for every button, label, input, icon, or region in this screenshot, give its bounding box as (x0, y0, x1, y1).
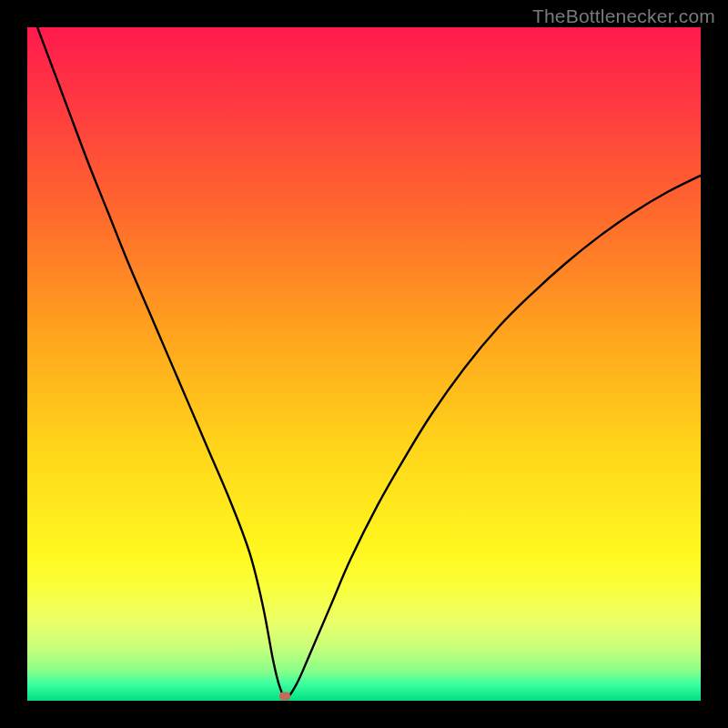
marker-dot (279, 692, 290, 700)
chart-frame: TheBottlenecker.com (0, 0, 728, 728)
plot-area (27, 27, 701, 701)
curve-layer (27, 27, 701, 701)
bottleneck-curve (27, 27, 701, 697)
watermark-text: TheBottlenecker.com (532, 5, 715, 27)
